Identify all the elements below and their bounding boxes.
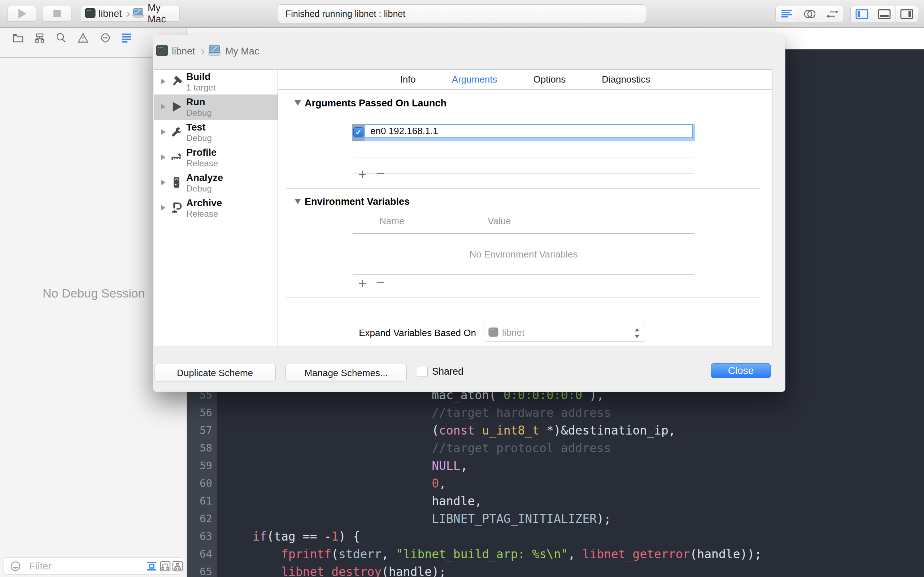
scheme-name: libnet — [99, 8, 122, 19]
breadcrumb-scheme-name[interactable]: libnet — [172, 46, 195, 57]
tab-info[interactable]: Info — [400, 74, 415, 85]
scheme-action-config: Debug — [186, 133, 212, 143]
scheme-action-label: Analyze — [186, 172, 223, 184]
tab-arguments[interactable]: Arguments — [452, 74, 498, 85]
scheme-editor-dialog: libnet › My Mac Build1 targetRunDebugTes… — [153, 35, 785, 392]
terminal-app-icon — [156, 44, 168, 58]
filter-input[interactable] — [29, 559, 138, 574]
dialog-breadcrumb: libnet › My Mac — [156, 43, 263, 59]
env-empty-text: No Environment Variables — [353, 249, 695, 260]
disclosure-right-icon[interactable] — [161, 79, 166, 84]
breakpoint-navigator-icon[interactable] — [99, 32, 111, 44]
analyze-meter-icon — [170, 176, 183, 189]
call-tree-view-icon[interactable] — [160, 561, 171, 572]
run-button[interactable] — [7, 6, 36, 22]
manage-schemes-button[interactable]: Manage Schemes... — [286, 364, 407, 382]
editor-mode-control — [775, 6, 844, 23]
scheme-action-run[interactable]: RunDebug — [154, 95, 278, 120]
scheme-action-profile[interactable]: ProfileRelease — [154, 145, 278, 170]
shared-label: Shared — [432, 366, 464, 377]
run-play-icon — [170, 101, 183, 113]
scheme-action-config: Release — [186, 209, 218, 219]
disclosure-triangle-icon[interactable] — [294, 100, 301, 106]
tab-diagnostics[interactable]: Diagnostics — [602, 74, 650, 85]
updown-chevrons-icon — [633, 327, 641, 340]
disclosure-triangle-icon[interactable] — [294, 199, 301, 204]
scheme-action-label: Archive — [186, 198, 222, 209]
search-navigator-icon[interactable] — [55, 32, 67, 44]
divider — [353, 158, 695, 158]
remove-argument-button[interactable]: − — [376, 166, 384, 180]
shared-checkbox[interactable] — [417, 366, 428, 377]
scheme-action-build[interactable]: Build1 target — [154, 69, 278, 95]
scheme-action-config: Release — [186, 158, 218, 168]
my-mac-icon — [132, 8, 145, 19]
assistant-editor-button[interactable] — [798, 6, 821, 22]
terminal-app-icon — [85, 8, 96, 20]
inspector-panel-toggle[interactable] — [896, 6, 918, 22]
scheme-list: Build1 targetRunDebugTestDebugProfileRel… — [154, 69, 278, 347]
xcode-window: 55 mac_aton( 0:0:0:0:0:0 ),56 //target h… — [0, 0, 924, 577]
build-hammer-icon — [170, 76, 183, 88]
scheme-selector[interactable]: libnet › My Mac — [80, 6, 180, 22]
scheme-action-label: Test — [186, 122, 206, 133]
add-env-button[interactable]: + — [358, 276, 366, 291]
expand-variables-dropdown[interactable]: libnet — [484, 324, 646, 342]
close-button[interactable]: Close — [711, 363, 771, 378]
destination-name: My Mac — [148, 3, 172, 25]
stop-button[interactable] — [43, 6, 71, 22]
divider — [353, 173, 695, 174]
divider — [353, 233, 695, 234]
version-editor-button[interactable] — [821, 6, 843, 22]
flat-list-view-icon[interactable] — [146, 561, 157, 572]
scheme-action-archive[interactable]: ArchiveRelease — [154, 195, 278, 221]
scheme-action-config: 1 target — [186, 82, 215, 93]
divider — [353, 274, 695, 275]
filter-bar — [3, 557, 183, 574]
toolbar: libnet › My Mac Finished running libnet … — [0, 0, 924, 28]
argument-value-field[interactable] — [365, 124, 693, 138]
hierarchy-view-icon[interactable] — [172, 561, 183, 572]
disclosure-right-icon[interactable] — [161, 129, 166, 135]
workspace-panel-control — [850, 6, 918, 23]
play-icon — [18, 9, 26, 18]
env-value-header: Value — [488, 216, 511, 227]
disclosure-right-icon[interactable] — [161, 180, 166, 185]
debug-area-toggle[interactable] — [873, 6, 895, 22]
issue-navigator-icon[interactable] — [77, 32, 89, 44]
scheme-action-label: Profile — [186, 147, 216, 158]
scheme-action-label: Build — [186, 71, 211, 82]
dropdown-value: libnet — [502, 327, 525, 338]
archive-clamp-icon — [170, 201, 183, 214]
tab-options[interactable]: Options — [533, 74, 566, 85]
test-wrench-icon — [170, 126, 183, 138]
env-section-title: Environment Variables — [305, 196, 410, 207]
my-mac-icon — [207, 45, 221, 58]
scheme-action-test[interactable]: TestDebug — [154, 120, 278, 145]
standard-editor-button[interactable] — [775, 6, 798, 22]
scheme-action-analyze[interactable]: AnalyzeDebug — [154, 170, 278, 195]
chevron-separator-icon: › — [126, 6, 130, 20]
disclosure-right-icon[interactable] — [161, 154, 166, 160]
symbol-navigator-icon[interactable] — [34, 32, 46, 44]
arguments-section-title: Arguments Passed On Launch — [305, 98, 446, 109]
disclosure-right-icon[interactable] — [161, 104, 166, 110]
section-divider — [286, 297, 760, 298]
duplicate-scheme-button[interactable]: Duplicate Scheme — [154, 364, 276, 382]
scheme-action-config: Debug — [186, 184, 212, 193]
navigator-panel-toggle[interactable] — [851, 6, 873, 22]
disclosure-right-icon[interactable] — [161, 205, 166, 211]
project-navigator-icon[interactable] — [12, 32, 24, 44]
argument-row[interactable]: ✓ — [352, 124, 695, 141]
breadcrumb-destination[interactable]: My Mac — [225, 46, 260, 57]
section-divider — [286, 188, 760, 189]
remove-env-button[interactable]: − — [376, 275, 384, 290]
dialog-tabs: InfoArgumentsOptionsDiagnostics — [278, 69, 772, 90]
report-navigator-icon[interactable] — [121, 32, 133, 44]
argument-checkbox-cell: ✓ — [352, 124, 365, 141]
scheme-action-config: Debug — [186, 108, 212, 118]
filter-icon — [10, 561, 21, 572]
add-argument-button[interactable]: + — [358, 167, 366, 181]
argument-checkbox[interactable]: ✓ — [353, 127, 363, 137]
profile-gauge-icon — [170, 151, 183, 163]
